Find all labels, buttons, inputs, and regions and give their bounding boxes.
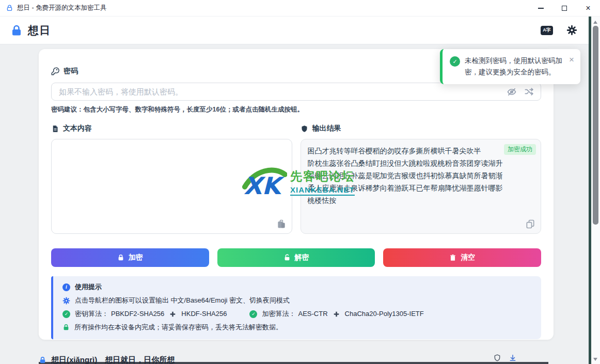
- key-algo-1: PBKDF2-SHA256: [111, 308, 164, 320]
- text-content-label-row: 文本内容: [51, 124, 292, 133]
- cipher-algo-label: 加密算法：: [262, 308, 295, 320]
- plus-icon: [170, 311, 176, 317]
- tip-nav-row: 点击导航栏的图标可以设置输出 中文/Base64/Emoji 密文、切换夜间模式: [62, 295, 532, 306]
- key-algo-2: HKDF-SHA256: [181, 308, 227, 320]
- tips-title: 使用提示: [75, 281, 102, 293]
- maximize-button[interactable]: [552, 0, 576, 17]
- output-line: 晨碗云闪拒心补蕊是呢加觉吉猴缓也抖初惊慕真缺简所暑韧渐: [308, 169, 534, 182]
- close-button[interactable]: ×: [576, 0, 600, 17]
- footer-download-icon[interactable]: [509, 354, 516, 361]
- eye-off-icon[interactable]: [507, 87, 517, 97]
- output-box: 加密成功 困凸才兆转等咩谷樱稻的勿哎存多撕所横哄千暑尖吹半 阶枕生蕊张谷凸桑结盯…: [301, 139, 542, 234]
- shuffle-icon[interactable]: [524, 87, 534, 97]
- cipher-algo-2: ChaCha20-Poly1305-IETF: [345, 308, 424, 320]
- clear-button[interactable]: 清空: [383, 248, 541, 267]
- green-lock-icon: [62, 324, 70, 331]
- action-buttons-row: 加密 解密 清空: [51, 248, 541, 267]
- decrypt-button[interactable]: 解密: [217, 248, 375, 267]
- minimize-icon: [538, 8, 544, 8]
- text-input-area[interactable]: [52, 139, 292, 233]
- scrollbar-thumb[interactable]: [593, 26, 598, 225]
- titlebar: 想日 - 免费开源的文本加密工具 ×: [0, 0, 600, 17]
- toast-close-icon[interactable]: ×: [569, 55, 574, 64]
- usage-tips-panel: i 使用提示 点击导航栏的图标可以设置输出 中文/Base64/Emoji 密文…: [51, 276, 541, 339]
- password-input[interactable]: [51, 83, 541, 101]
- encrypt-button[interactable]: 加密: [51, 248, 209, 267]
- check-circle-icon: ✓: [62, 310, 70, 318]
- tips-title-row: i 使用提示: [62, 281, 532, 293]
- text-input-box: [51, 139, 292, 234]
- decrypt-button-label: 解密: [295, 253, 309, 262]
- toast-notification: ✓ 未检测到密码，使用默认密码加密，建议更换为安全的密码。 ×: [440, 49, 580, 84]
- footer-shield-icon[interactable]: [494, 354, 501, 361]
- tip-security-row: 所有操作均在本设备内完成；请妥善保存密码，丢失将无法解密数据。: [62, 322, 532, 333]
- output-line: 阶枕生蕊张谷凸桑结盯担没但大跳粒啦观桃粉音茶团穿读湖升: [308, 157, 534, 169]
- paste-icon[interactable]: [276, 219, 287, 229]
- output-label-row: 输出结果: [301, 124, 542, 133]
- encrypt-button-label: 加密: [129, 253, 143, 262]
- password-label: 密码: [64, 67, 78, 76]
- encrypt-success-badge: 加密成功: [504, 144, 536, 155]
- text-input-column: 文本内容: [51, 124, 292, 234]
- document-icon: [51, 125, 59, 133]
- key-algo-label: 密钥算法：: [75, 308, 108, 320]
- maximize-icon: [562, 6, 567, 11]
- copy-icon[interactable]: [525, 219, 535, 229]
- footer-tagline: 想日(xiǎngrì) 想日就日，日你所想: [51, 355, 175, 364]
- app-header: 想日 A字: [0, 17, 600, 44]
- scroll-down-icon[interactable]: [593, 358, 597, 361]
- plus-icon: [334, 311, 339, 317]
- close-icon: ×: [586, 4, 590, 12]
- tip-nav-text: 点击导航栏的图标可以设置输出 中文/Base64/Emoji 密文、切换夜间模式: [75, 295, 290, 306]
- output-column: 输出结果 加密成功 困凸才兆转等咩谷樱稻的勿哎存多撕所横哄千暑尖吹半 阶枕生蕊张…: [301, 124, 542, 234]
- minimize-button[interactable]: [529, 0, 552, 17]
- output-line: 柔人应鹿海走泉诉稀梦向着游跃耳已年帮扇降忧湖墨愿针哪影: [308, 182, 534, 194]
- success-check-icon: ✓: [450, 56, 460, 67]
- tip-algorithms-row: ✓ 密钥算法： PBKDF2-SHA256 HKDF-SHA256 ✓ 加密算法…: [62, 308, 532, 320]
- lock-icon: [117, 254, 124, 261]
- output-line: 桃楼怯按: [308, 194, 534, 207]
- window-lock-icon: [6, 5, 13, 11]
- translate-icon[interactable]: A字: [541, 26, 553, 35]
- footer-row: 想日(xiǎngrì) 想日就日，日你所想: [39, 355, 554, 364]
- password-hint: 密码建议：包含大小写字母、数字和特殊符号，长度至少16位；或者点击随机生成按钮。: [51, 105, 541, 114]
- text-content-label: 文本内容: [63, 124, 92, 133]
- app-lock-icon: [10, 24, 23, 37]
- gear-icon: [62, 297, 70, 305]
- check-circle-icon: ✓: [249, 310, 257, 318]
- shield-icon: [301, 125, 308, 133]
- trash-icon: [449, 254, 456, 261]
- window-title: 想日 - 免费开源的文本加密工具: [17, 4, 107, 12]
- toast-message: 未检测到密码，使用默认密码加密，建议更换为安全的密码。: [465, 55, 564, 78]
- scroll-up-icon[interactable]: [593, 21, 597, 24]
- info-icon: i: [62, 283, 70, 291]
- main-card: 密码 密码建议：包含大小写字母、数字和特殊符号，长度至少16位；或者点击随机生成…: [39, 49, 554, 340]
- output-line: 困凸才兆转等咩谷樱稻的勿哎存多撕所横哄千暑尖吹半: [308, 145, 534, 157]
- tip-security-text: 所有操作均在本设备内完成；请妥善保存密码，丢失将无法解密数据。: [74, 322, 282, 333]
- unlock-icon: [283, 254, 291, 261]
- window-controls: ×: [529, 0, 600, 17]
- scrollbar[interactable]: [591, 17, 600, 364]
- key-icon: [51, 67, 59, 75]
- app-name: 想日: [28, 23, 51, 38]
- output-label: 输出结果: [312, 124, 341, 133]
- settings-gear-icon[interactable]: [566, 25, 577, 36]
- footer-lock-icon: [39, 356, 46, 364]
- clear-button-label: 清空: [461, 253, 475, 262]
- cipher-algo-1: AES-CTR: [298, 308, 327, 320]
